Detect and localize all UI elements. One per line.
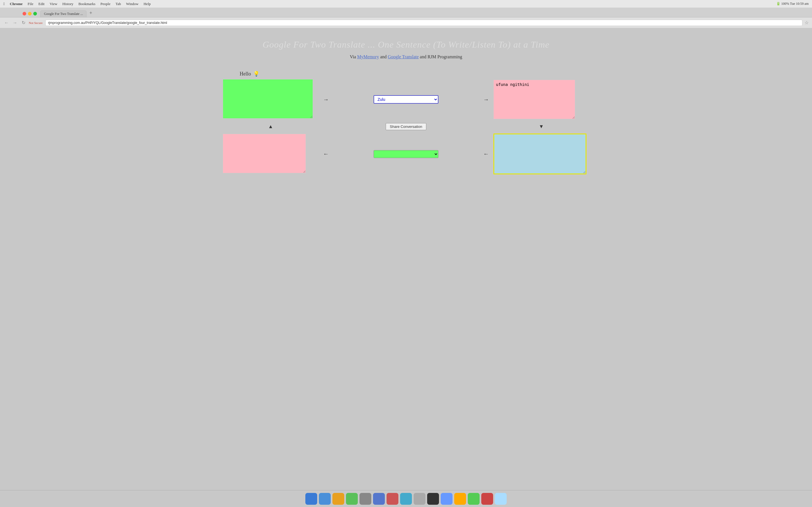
left-top-section — [223, 79, 319, 120]
right-top-section — [493, 80, 589, 119]
menu-chrome[interactable]: Chrome — [10, 2, 22, 6]
arrow-left-1: ← — [323, 151, 329, 157]
up-arrow-left: ▲ — [223, 124, 319, 129]
dock-messages-icon[interactable] — [400, 493, 412, 505]
menu-window[interactable]: Window — [126, 2, 139, 6]
share-conversation-button[interactable]: Share Conversation — [386, 123, 426, 130]
reload-button[interactable]: ↻ — [20, 20, 27, 26]
down-arrow-right: ▼ — [493, 124, 589, 129]
menu-help[interactable]: Help — [144, 2, 151, 6]
arrow-right-1: → — [323, 96, 329, 103]
middle-controls-row: ▲ → Share Conversation → ▼ — [223, 123, 589, 130]
arrow-right-2: → — [483, 96, 489, 103]
page-content: Google For Two Translate ... One Sentenc… — [0, 28, 812, 497]
left-bottom-section — [223, 134, 319, 174]
menu-edit[interactable]: Edit — [38, 2, 45, 6]
dock-system-prefs-icon[interactable] — [414, 493, 425, 505]
hello-text: Hello — [240, 71, 251, 77]
bookmark-icon[interactable]: ☆ — [805, 20, 809, 25]
tabs-bar: Google For Two Translate ... + — [0, 8, 812, 17]
dock-notes-icon[interactable] — [454, 493, 466, 505]
status-icons: 🔋 100% Tue 10:59 am — [776, 2, 809, 6]
dock — [0, 490, 812, 507]
target-language-select[interactable]: Zulu English Afrikaans French Spanish Ge… — [373, 95, 439, 104]
source-language-select[interactable]: English Zulu Afrikaans — [373, 150, 439, 158]
page-subtitle: Via MyMemory and Google Translate and RJ… — [223, 54, 589, 59]
minimize-button[interactable] — [28, 12, 32, 15]
dock-terminal-icon[interactable] — [468, 493, 479, 505]
menubar:  Chrome File Edit View History Bookmark… — [0, 0, 812, 8]
dock-finder-icon[interactable] — [305, 493, 317, 505]
response-textarea[interactable] — [493, 133, 587, 174]
menu-people[interactable]: People — [100, 2, 110, 6]
address-bar: ← → ↻ Not Secure ☆ — [0, 17, 812, 28]
bottom-translation-row: ← English Zulu Afrikaans ← — [223, 133, 589, 174]
dock-facetime-icon[interactable] — [346, 493, 358, 505]
apple-menu[interactable]:  — [3, 2, 5, 6]
dock-itunes-icon[interactable] — [495, 493, 507, 505]
translation-output-textarea[interactable] — [493, 80, 575, 119]
new-tab-button[interactable]: + — [89, 10, 92, 16]
menu-tab[interactable]: Tab — [116, 2, 121, 6]
right-bottom-section — [493, 133, 589, 174]
url-input[interactable] — [45, 20, 802, 26]
googletranslate-link[interactable]: Google Translate — [388, 54, 419, 59]
source-textarea[interactable] — [223, 79, 313, 119]
mymemory-link[interactable]: MyMemory — [357, 54, 379, 59]
bulb-icon: 💡 — [253, 71, 259, 77]
dock-safari-icon[interactable] — [333, 493, 344, 505]
active-tab[interactable]: Google For Two Translate ... — [40, 10, 87, 17]
close-button[interactable] — [22, 12, 26, 15]
hello-label-row: Hello 💡 — [240, 71, 589, 77]
top-translation-row: → Zulu English Afrikaans French Spanish … — [223, 79, 589, 120]
page-title: Google For Two Translate ... One Sentenc… — [223, 40, 589, 50]
menu-history[interactable]: History — [62, 2, 73, 6]
top-center-section: Zulu English Afrikaans French Spanish Ge… — [333, 95, 479, 104]
dock-appstore-icon[interactable] — [441, 493, 453, 505]
dock-launchpad-icon[interactable] — [319, 493, 331, 505]
dock-calendar-icon[interactable] — [373, 493, 385, 505]
dock-photos-icon[interactable] — [387, 493, 398, 505]
share-button-container: Share Conversation — [333, 123, 479, 130]
menu-file[interactable]: File — [28, 2, 33, 6]
menu-view[interactable]: View — [50, 2, 57, 6]
not-secure-label: Not Secure — [29, 21, 43, 24]
forward-button[interactable]: → — [12, 20, 18, 26]
menu-bookmarks[interactable]: Bookmarks — [79, 2, 95, 6]
back-button[interactable]: ← — [3, 20, 10, 26]
maximize-button[interactable] — [33, 12, 37, 15]
reverse-translation-textarea[interactable] — [223, 134, 306, 173]
arrow-left-2: ← — [483, 151, 489, 157]
dock-mail-icon[interactable] — [359, 493, 371, 505]
dock-finder2-icon[interactable] — [427, 493, 439, 505]
dock-chrome-icon[interactable] — [481, 493, 493, 505]
bottom-center-section: English Zulu Afrikaans — [333, 150, 479, 158]
